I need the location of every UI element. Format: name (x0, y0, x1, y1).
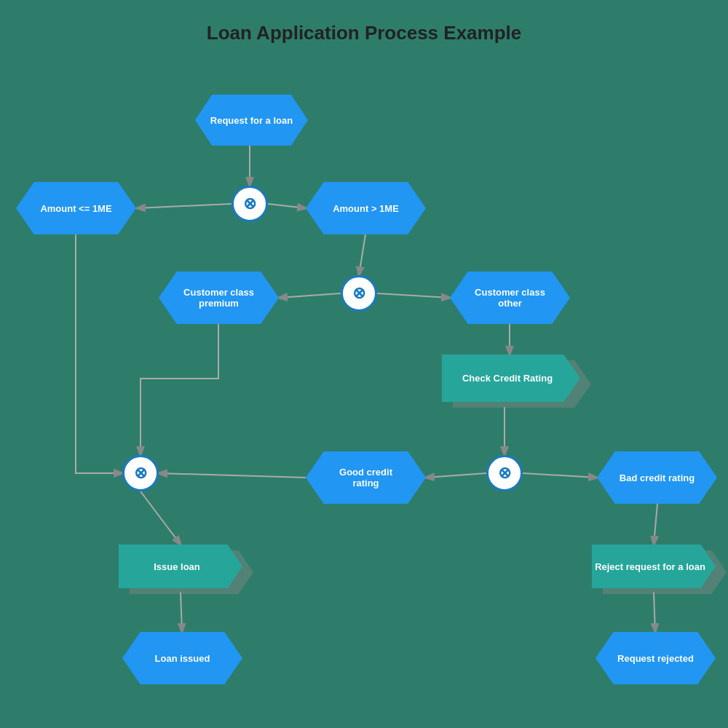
check-credit-rating-node: Check Credit Rating (442, 355, 580, 402)
svg-line-1 (137, 204, 232, 208)
amount-lte-node: Amount <= 1ME (16, 182, 136, 234)
svg-line-12 (181, 592, 182, 632)
svg-line-8 (426, 473, 486, 478)
svg-line-10 (159, 473, 306, 478)
svg-line-3 (359, 234, 365, 275)
svg-line-9 (523, 473, 597, 478)
connections-layer (0, 0, 728, 728)
gateway3-node: ⊗ (122, 455, 159, 491)
svg-line-2 (268, 204, 306, 208)
svg-line-5 (377, 293, 450, 298)
request-for-loan-node: Request for a loan (195, 95, 308, 146)
diagram: Loan Application Process Example (0, 0, 728, 728)
good-credit-node: Good credit rating (306, 451, 426, 504)
gateway2-node: ⊗ (341, 275, 377, 312)
svg-line-14 (654, 592, 655, 632)
issue-loan-node: Issue loan (119, 545, 242, 588)
svg-line-11 (141, 491, 181, 545)
gateway4-node: ⊗ (486, 455, 523, 491)
svg-line-4 (279, 293, 341, 298)
customer-other-node: Customer class other (450, 272, 570, 324)
page-title: Loan Application Process Example (0, 0, 728, 44)
loan-issued-node: Loan issued (122, 632, 242, 684)
request-rejected-node: Request rejected (596, 632, 716, 684)
amount-gt-node: Amount > 1ME (306, 182, 426, 234)
customer-premium-node: Customer class premium (159, 272, 279, 324)
gateway1-node: ⊗ (232, 186, 268, 222)
svg-line-13 (654, 504, 657, 545)
bad-credit-node: Bad credit rating (597, 451, 717, 504)
reject-request-node: Reject request for a loan (592, 545, 716, 588)
